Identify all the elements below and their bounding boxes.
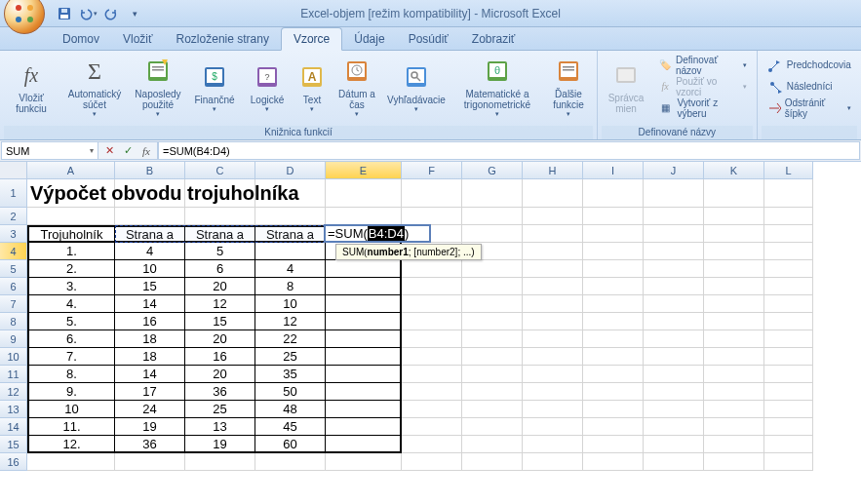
cell-J15[interactable] — [644, 436, 704, 453]
cell-G6[interactable] — [462, 278, 523, 295]
more-functions-button[interactable]: Ďalšie funkcie ▾ — [544, 53, 593, 121]
tab-vzorce[interactable]: Vzorce — [281, 27, 342, 51]
cell-B11[interactable]: 14 — [115, 366, 185, 383]
cell-L13[interactable] — [764, 401, 813, 418]
cell-I8[interactable] — [583, 313, 644, 330]
cell-A5[interactable]: 2. — [27, 260, 115, 278]
cell-L7[interactable] — [764, 295, 813, 313]
cell-D12[interactable]: 50 — [255, 383, 326, 401]
qat-customize-icon[interactable]: ▾ — [125, 4, 144, 23]
cell-L15[interactable] — [764, 436, 813, 453]
cell-D13[interactable]: 48 — [255, 401, 326, 418]
col-header-J[interactable]: J — [644, 162, 704, 179]
cell-F6[interactable] — [402, 278, 462, 295]
cell-J11[interactable] — [644, 366, 704, 383]
fx-button-icon[interactable]: fx — [138, 143, 154, 159]
cell-A3[interactable]: Trojuholník — [27, 225, 115, 243]
cell-K14[interactable] — [704, 418, 764, 436]
cell-I4[interactable] — [583, 243, 644, 260]
cell-G14[interactable] — [462, 418, 523, 436]
cell-D7[interactable]: 10 — [255, 295, 326, 313]
cell-L4[interactable] — [764, 243, 813, 260]
cell-L10[interactable] — [764, 348, 813, 366]
cell-C14[interactable]: 13 — [185, 418, 255, 436]
cell-K9[interactable] — [704, 330, 764, 348]
row-header-1[interactable]: 1 — [0, 179, 27, 208]
cell-H7[interactable] — [523, 295, 583, 313]
cell-L16[interactable] — [764, 453, 813, 471]
cell-C15[interactable]: 19 — [185, 436, 255, 453]
row-header-16[interactable]: 16 — [0, 453, 27, 471]
row-header-6[interactable]: 6 — [0, 278, 27, 295]
cell-L8[interactable] — [764, 313, 813, 330]
cell-A10[interactable]: 7. — [27, 348, 115, 366]
cell-D4[interactable] — [255, 243, 326, 260]
math-button[interactable]: θ Matematické a trigonometrické ▾ — [452, 53, 542, 121]
datetime-button[interactable]: Dátum a čas ▾ — [333, 53, 380, 121]
cell-D11[interactable]: 35 — [255, 366, 326, 383]
cell-B3[interactable]: Strana a — [115, 225, 185, 243]
cell-C6[interactable]: 20 — [185, 278, 255, 295]
cell-A2[interactable] — [27, 208, 115, 225]
cell-E14[interactable] — [326, 418, 402, 436]
cell-J6[interactable] — [644, 278, 704, 295]
row-header-9[interactable]: 9 — [0, 330, 27, 348]
cell-F1[interactable] — [402, 179, 462, 208]
cell-C13[interactable]: 25 — [185, 401, 255, 418]
cell-F16[interactable] — [402, 453, 462, 471]
cancel-formula-icon[interactable]: ✕ — [101, 143, 117, 159]
cell-I12[interactable] — [583, 383, 644, 401]
cell-K4[interactable] — [704, 243, 764, 260]
undo-icon[interactable]: ▾ — [78, 4, 98, 23]
cell-B12[interactable]: 17 — [115, 383, 185, 401]
cell-A4[interactable]: 1. — [27, 243, 115, 260]
cell-E10[interactable] — [326, 348, 402, 366]
cell-E6[interactable] — [326, 278, 402, 295]
cell-K8[interactable] — [704, 313, 764, 330]
tab-posudit[interactable]: Posúdiť — [397, 28, 460, 50]
cell-K1[interactable] — [704, 179, 764, 208]
cell-I2[interactable] — [583, 208, 644, 225]
cell-K12[interactable] — [704, 383, 764, 401]
col-header-C[interactable]: C — [185, 162, 255, 179]
accept-formula-icon[interactable]: ✓ — [120, 143, 136, 159]
row-header-13[interactable]: 13 — [0, 401, 27, 418]
cell-F5[interactable] — [402, 260, 462, 278]
cell-A15[interactable]: 12. — [27, 436, 115, 453]
cell-A16[interactable] — [27, 453, 115, 471]
cell-I3[interactable] — [583, 225, 644, 243]
cell-H5[interactable] — [523, 260, 583, 278]
cell-D3[interactable]: Strana a — [255, 225, 326, 243]
select-all-corner[interactable] — [0, 162, 27, 179]
cell-E13[interactable] — [326, 401, 402, 418]
formula-input[interactable]: =SUM(B4:D4) — [158, 141, 860, 160]
col-header-G[interactable]: G — [462, 162, 523, 179]
recent-button[interactable]: Naposledy použité ▾ — [131, 53, 185, 121]
insert-function-button[interactable]: fx Vložiť funkciu — [4, 53, 59, 121]
cell-J10[interactable] — [644, 348, 704, 366]
cell-L6[interactable] — [764, 278, 813, 295]
tab-udaje[interactable]: Údaje — [342, 28, 396, 50]
cell-B8[interactable]: 16 — [115, 313, 185, 330]
cell-J13[interactable] — [644, 401, 704, 418]
cell-A11[interactable]: 8. — [27, 366, 115, 383]
cell-C5[interactable]: 6 — [185, 260, 255, 278]
col-header-L[interactable]: L — [764, 162, 813, 179]
lookup-button[interactable]: Vyhľadávacie ▾ — [382, 53, 450, 121]
row-header-14[interactable]: 14 — [0, 418, 27, 436]
cell-C2[interactable] — [185, 208, 255, 225]
cell-H10[interactable] — [523, 348, 583, 366]
cell-H4[interactable] — [523, 243, 583, 260]
tab-vlozit[interactable]: Vložiť — [111, 28, 165, 50]
tab-rozlozenie[interactable]: Rozloženie strany — [165, 28, 281, 50]
cell-C7[interactable]: 12 — [185, 295, 255, 313]
cell-K6[interactable] — [704, 278, 764, 295]
cell-E7[interactable] — [326, 295, 402, 313]
cell-F2[interactable] — [402, 208, 462, 225]
cell-H6[interactable] — [523, 278, 583, 295]
trace-dependents-button[interactable]: Následníci — [765, 76, 853, 97]
cell-B15[interactable]: 36 — [115, 436, 185, 453]
cell-H13[interactable] — [523, 401, 583, 418]
cell-D15[interactable]: 60 — [255, 436, 326, 453]
cell-B13[interactable]: 24 — [115, 401, 185, 418]
